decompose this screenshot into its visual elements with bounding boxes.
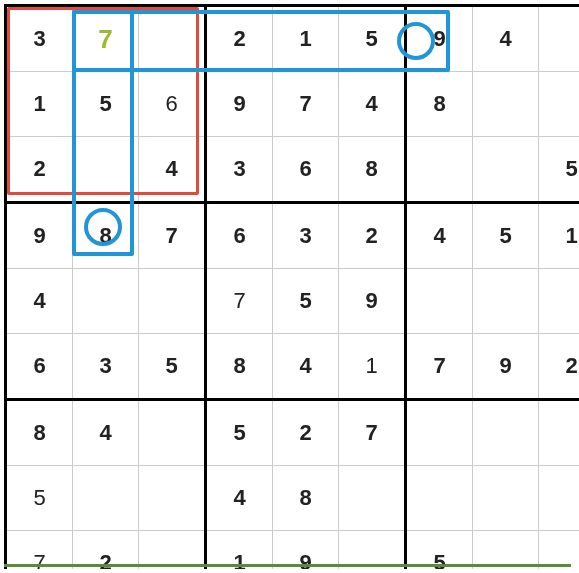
cell-4-5[interactable]: 9 xyxy=(339,269,406,334)
cell-6-0[interactable]: 8 xyxy=(6,400,73,466)
cell-7-6[interactable] xyxy=(406,466,473,531)
cell-2-4[interactable]: 6 xyxy=(273,137,339,203)
cell-6-7[interactable] xyxy=(473,400,539,466)
cell-value: 2 xyxy=(365,223,377,248)
cell-7-0[interactable]: 5 xyxy=(6,466,73,531)
cell-4-8[interactable] xyxy=(539,269,580,334)
cell-6-4[interactable]: 2 xyxy=(273,400,339,466)
cell-1-1[interactable]: 5 xyxy=(73,72,139,137)
cell-value: 9 xyxy=(233,91,245,116)
cell-3-5[interactable]: 2 xyxy=(339,203,406,269)
cell-5-4[interactable]: 4 xyxy=(273,334,339,400)
cell-5-1[interactable]: 3 xyxy=(73,334,139,400)
cell-2-6[interactable] xyxy=(406,137,473,203)
cell-3-1[interactable]: 8 xyxy=(73,203,139,269)
cell-1-4[interactable]: 7 xyxy=(273,72,339,137)
cell-6-6[interactable] xyxy=(406,400,473,466)
cell-value: 7 xyxy=(299,91,311,116)
cell-value: 7 xyxy=(365,420,377,445)
cell-2-7[interactable] xyxy=(473,137,539,203)
cell-1-8[interactable] xyxy=(539,72,580,137)
cell-3-7[interactable]: 5 xyxy=(473,203,539,269)
cell-4-1[interactable] xyxy=(73,269,139,334)
cell-0-6[interactable]: 9 xyxy=(406,6,473,72)
cell-value: 4 xyxy=(433,223,445,248)
cell-value: 5 xyxy=(233,420,245,445)
cell-0-2[interactable] xyxy=(139,6,206,72)
cell-3-4[interactable]: 3 xyxy=(273,203,339,269)
cell-0-3[interactable]: 2 xyxy=(206,6,273,72)
cell-0-8[interactable] xyxy=(539,6,580,72)
cell-value: 2 xyxy=(33,156,45,181)
cell-5-2[interactable]: 5 xyxy=(139,334,206,400)
cell-value: 8 xyxy=(299,485,311,510)
cell-6-1[interactable]: 4 xyxy=(73,400,139,466)
cell-value: 1 xyxy=(33,91,45,116)
cell-value: 5 xyxy=(499,223,511,248)
cell-4-0[interactable]: 4 xyxy=(6,269,73,334)
cell-value: 7 xyxy=(98,24,112,54)
cell-4-6[interactable] xyxy=(406,269,473,334)
cell-7-5[interactable] xyxy=(339,466,406,531)
cell-7-3[interactable]: 4 xyxy=(206,466,273,531)
cell-value: 5 xyxy=(365,26,377,51)
cell-2-0[interactable]: 2 xyxy=(6,137,73,203)
cell-1-5[interactable]: 4 xyxy=(339,72,406,137)
cell-1-7[interactable] xyxy=(473,72,539,137)
sudoku-board: 3721594156974824368598763245147596358417… xyxy=(4,4,571,565)
cell-value: 8 xyxy=(233,353,245,378)
cell-3-8[interactable]: 1 xyxy=(539,203,580,269)
cell-2-8[interactable]: 5 xyxy=(539,137,580,203)
cell-value: 8 xyxy=(33,420,45,445)
cell-value: 3 xyxy=(99,353,111,378)
cell-3-6[interactable]: 4 xyxy=(406,203,473,269)
cell-1-2[interactable]: 6 xyxy=(139,72,206,137)
cell-value: 4 xyxy=(299,353,311,378)
cell-6-3[interactable]: 5 xyxy=(206,400,273,466)
cell-value: 8 xyxy=(433,91,445,116)
cell-5-6[interactable]: 7 xyxy=(406,334,473,400)
cell-5-7[interactable]: 9 xyxy=(473,334,539,400)
cell-0-7[interactable]: 4 xyxy=(473,6,539,72)
cell-1-0[interactable]: 1 xyxy=(6,72,73,137)
cell-5-3[interactable]: 8 xyxy=(206,334,273,400)
cell-7-8[interactable] xyxy=(539,466,580,531)
cell-2-3[interactable]: 3 xyxy=(206,137,273,203)
cell-7-4[interactable]: 8 xyxy=(273,466,339,531)
cell-7-1[interactable] xyxy=(73,466,139,531)
cell-value: 4 xyxy=(499,26,511,51)
cell-5-5[interactable]: 1 xyxy=(339,334,406,400)
cell-3-2[interactable]: 7 xyxy=(139,203,206,269)
cell-value: 9 xyxy=(33,223,45,248)
cell-value: 8 xyxy=(365,156,377,181)
cell-0-1[interactable]: 7 xyxy=(73,6,139,72)
cell-value: 3 xyxy=(233,156,245,181)
cell-3-3[interactable]: 6 xyxy=(206,203,273,269)
cell-4-4[interactable]: 5 xyxy=(273,269,339,334)
cell-value: 7 xyxy=(433,353,445,378)
cell-5-0[interactable]: 6 xyxy=(6,334,73,400)
cell-7-2[interactable] xyxy=(139,466,206,531)
cell-2-1[interactable] xyxy=(73,137,139,203)
cell-value: 3 xyxy=(33,26,45,51)
cell-2-2[interactable]: 4 xyxy=(139,137,206,203)
cell-0-4[interactable]: 1 xyxy=(273,6,339,72)
cell-1-3[interactable]: 9 xyxy=(206,72,273,137)
cell-4-2[interactable] xyxy=(139,269,206,334)
cell-6-8[interactable] xyxy=(539,400,580,466)
cell-6-5[interactable]: 7 xyxy=(339,400,406,466)
cell-5-8[interactable]: 2 xyxy=(539,334,580,400)
cell-value: 4 xyxy=(233,485,245,510)
cell-6-2[interactable] xyxy=(139,400,206,466)
cell-4-3[interactable]: 7 xyxy=(206,269,273,334)
cell-3-0[interactable]: 9 xyxy=(6,203,73,269)
cell-2-5[interactable]: 8 xyxy=(339,137,406,203)
cell-0-5[interactable]: 5 xyxy=(339,6,406,72)
cell-4-7[interactable] xyxy=(473,269,539,334)
cell-7-7[interactable] xyxy=(473,466,539,531)
cell-0-0[interactable]: 3 xyxy=(6,6,73,72)
cell-1-6[interactable]: 8 xyxy=(406,72,473,137)
cell-value: 4 xyxy=(365,91,377,116)
cell-value: 7 xyxy=(233,288,245,313)
cell-value: 4 xyxy=(165,156,177,181)
